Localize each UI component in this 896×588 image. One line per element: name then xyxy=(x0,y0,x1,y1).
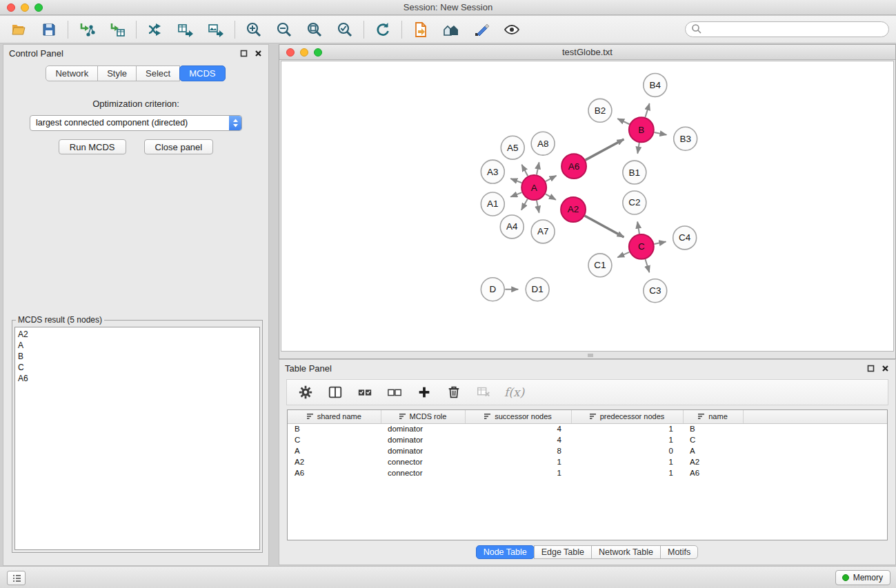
export-network-icon[interactable] xyxy=(146,21,164,39)
edge-A-A4[interactable] xyxy=(521,199,528,210)
tab-style[interactable]: Style xyxy=(97,65,137,81)
tab-select[interactable]: Select xyxy=(136,65,180,81)
run-mcds-button[interactable]: Run MCDS xyxy=(59,139,126,154)
export-image-icon[interactable] xyxy=(207,21,225,39)
open-file-icon[interactable] xyxy=(10,21,28,39)
node-C3[interactable]: C3 xyxy=(644,279,667,303)
window-resize-grip[interactable] xyxy=(588,354,593,357)
cell[interactable]: dominator xyxy=(381,434,465,445)
cell[interactable]: dominator xyxy=(381,445,465,456)
node-B1[interactable]: B1 xyxy=(623,161,646,184)
zoom-out-icon[interactable] xyxy=(275,21,293,39)
zoom-selected-icon[interactable] xyxy=(336,21,354,39)
column-header-mcds-role[interactable]: MCDS role xyxy=(381,410,465,423)
edge-A-A8[interactable] xyxy=(537,163,539,175)
edge-C-C2[interactable] xyxy=(637,222,639,234)
memory-button[interactable]: Memory xyxy=(835,570,890,585)
tab-motifs[interactable]: Motifs xyxy=(660,545,698,559)
zoom-in-icon[interactable] xyxy=(245,21,263,39)
float-panel-icon[interactable] xyxy=(239,49,248,58)
node-B2[interactable]: B2 xyxy=(588,99,612,122)
node-C1[interactable]: C1 xyxy=(588,254,612,277)
column-header-successor-nodes[interactable]: successor nodes xyxy=(465,410,571,423)
mcds-result-item[interactable]: A xyxy=(18,340,257,351)
cell[interactable]: dominator xyxy=(381,423,465,434)
table-row[interactable]: A6connector11A6 xyxy=(288,467,887,478)
node-B[interactable]: B xyxy=(629,117,654,142)
cell[interactable]: 1 xyxy=(571,456,683,467)
edge-B-B4[interactable] xyxy=(645,103,649,117)
node-C2[interactable]: C2 xyxy=(623,191,646,214)
edge-A-A5[interactable] xyxy=(521,165,528,176)
tab-edge-table[interactable]: Edge Table xyxy=(534,545,592,559)
apply-layout-document-icon[interactable] xyxy=(412,21,430,39)
cell[interactable]: connector xyxy=(381,456,465,467)
create-column-plus-icon[interactable] xyxy=(415,383,433,401)
edge-B-B1[interactable] xyxy=(637,143,639,154)
cell[interactable]: 8 xyxy=(465,445,571,456)
cell[interactable]: B xyxy=(683,423,743,434)
cell[interactable]: 1 xyxy=(465,467,571,478)
cell[interactable]: 4 xyxy=(465,423,571,434)
cell[interactable]: 0 xyxy=(571,445,683,456)
cell[interactable]: A2 xyxy=(683,456,743,467)
edge-A-A7[interactable] xyxy=(537,201,539,213)
export-table-icon[interactable] xyxy=(177,21,195,39)
edge-A-A3[interactable] xyxy=(510,179,521,183)
import-network-file-icon[interactable] xyxy=(78,21,96,39)
cell[interactable]: A xyxy=(683,445,743,456)
node-C[interactable]: C xyxy=(629,234,654,259)
node-A1[interactable]: A1 xyxy=(481,192,504,216)
node-A2[interactable]: A2 xyxy=(561,197,586,222)
node-A5[interactable]: A5 xyxy=(501,136,524,159)
edge-C-C1[interactable] xyxy=(617,252,629,258)
edge-A6-B[interactable] xyxy=(586,139,624,160)
table-row[interactable]: A2connector11A2 xyxy=(288,456,887,467)
cell[interactable]: A2 xyxy=(288,456,381,467)
mcds-result-item[interactable]: A6 xyxy=(18,373,257,384)
node-A[interactable]: A xyxy=(521,175,546,200)
node-A7[interactable]: A7 xyxy=(531,220,555,243)
edge-A-A6[interactable] xyxy=(546,176,557,181)
tab-mcds[interactable]: MCDS xyxy=(179,65,225,81)
edge-B-B2[interactable] xyxy=(617,119,629,124)
cell[interactable]: connector xyxy=(381,467,465,478)
cell[interactable]: 1 xyxy=(465,456,571,467)
table-row[interactable]: Bdominator41B xyxy=(288,423,887,434)
cell[interactable]: 1 xyxy=(571,467,683,478)
cell[interactable]: B xyxy=(288,423,381,434)
cell[interactable]: 1 xyxy=(571,434,683,445)
table-close-panel-icon[interactable] xyxy=(881,364,890,373)
tab-node-table[interactable]: Node Table xyxy=(476,545,535,559)
show-tasks-list-button[interactable] xyxy=(7,571,26,585)
edge-B-B3[interactable] xyxy=(654,132,666,135)
tab-network[interactable]: Network xyxy=(46,65,98,81)
cell[interactable]: C xyxy=(288,434,381,445)
node-A3[interactable]: A3 xyxy=(481,160,504,183)
table-row[interactable]: Cdominator41C xyxy=(288,434,887,445)
node-A6[interactable]: A6 xyxy=(561,154,586,179)
show-columns-icon[interactable] xyxy=(326,383,344,401)
column-header-predecessor-nodes[interactable]: predecessor nodes xyxy=(571,410,683,423)
node-D1[interactable]: D1 xyxy=(526,278,549,301)
table-float-panel-icon[interactable] xyxy=(866,364,875,373)
column-header-name[interactable]: name xyxy=(683,410,743,423)
select-all-columns-icon[interactable] xyxy=(356,383,374,401)
edge-A2-C[interactable] xyxy=(585,216,624,237)
node-B4[interactable]: B4 xyxy=(644,73,667,97)
unselect-all-columns-icon[interactable] xyxy=(386,383,404,401)
mcds-result-list[interactable]: A2ABCA6 xyxy=(14,327,260,550)
close-panel-button[interactable]: Close panel xyxy=(144,139,214,154)
delete-column-trash-icon[interactable] xyxy=(445,383,463,401)
annotation-pen-icon[interactable] xyxy=(472,21,490,39)
first-neighbors-icon[interactable] xyxy=(442,21,460,39)
node-B3[interactable]: B3 xyxy=(674,127,697,150)
cell[interactable]: A xyxy=(288,445,381,456)
node-table-container[interactable]: shared nameMCDS rolesuccessor nodesprede… xyxy=(287,409,888,540)
node-D[interactable]: D xyxy=(481,278,504,301)
close-panel-icon[interactable] xyxy=(254,49,263,58)
network-graph[interactable]: B4B2BB3A5A8A6B1A3AC2A1A2A4A7C4CC1C3DD1 xyxy=(281,61,893,351)
criterion-dropdown[interactable]: largest connected component (directed) xyxy=(30,115,242,131)
node-C4[interactable]: C4 xyxy=(673,226,697,250)
column-header-shared-name[interactable]: shared name xyxy=(288,410,381,423)
